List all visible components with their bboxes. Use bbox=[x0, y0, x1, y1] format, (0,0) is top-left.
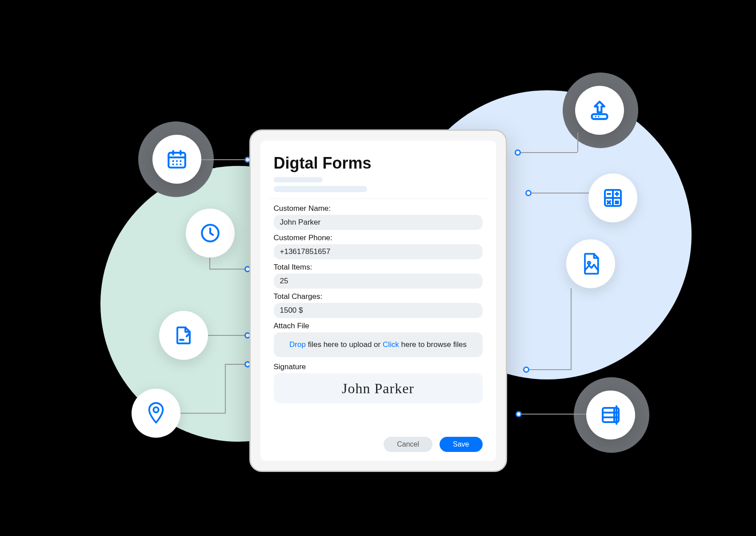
svg-point-7 bbox=[172, 163, 174, 165]
location-pin-icon bbox=[132, 389, 180, 438]
svg-line-12 bbox=[210, 233, 213, 235]
connector-line bbox=[180, 413, 225, 414]
connector-dot bbox=[525, 190, 532, 196]
skeleton-line bbox=[274, 177, 323, 182]
connector-line bbox=[517, 152, 577, 153]
file-dropzone[interactable]: Drop files here to upload or Click here … bbox=[274, 332, 483, 357]
svg-rect-14 bbox=[592, 114, 607, 119]
svg-point-27 bbox=[588, 262, 590, 264]
svg-point-15 bbox=[595, 116, 596, 117]
signature-value: John Parker bbox=[342, 380, 414, 397]
svg-point-4 bbox=[172, 160, 174, 162]
clock-icon bbox=[186, 209, 235, 258]
connector-line bbox=[518, 414, 592, 415]
connector-dot bbox=[515, 149, 521, 156]
tablet-device: Digtal Forms Customer Name: Customer Pho… bbox=[249, 129, 507, 472]
connector-line bbox=[209, 269, 246, 270]
connector-line bbox=[528, 193, 593, 193]
upload-icon bbox=[575, 86, 624, 135]
connector-line bbox=[526, 369, 572, 370]
connector-line bbox=[577, 133, 578, 152]
total-charges-label: Total Charges: bbox=[274, 292, 483, 301]
customer-phone-label: Customer Phone: bbox=[274, 234, 483, 242]
connector-line bbox=[209, 258, 210, 269]
document-sign-icon bbox=[159, 311, 208, 360]
signature-label: Signature bbox=[274, 363, 483, 371]
connector-dot bbox=[516, 411, 522, 417]
button-row: Cancel Save bbox=[274, 437, 483, 452]
customer-name-input[interactable] bbox=[274, 215, 483, 230]
dropzone-text-end: here to browse files bbox=[399, 340, 467, 349]
customer-phone-input[interactable] bbox=[274, 244, 483, 259]
svg-point-13 bbox=[153, 407, 159, 412]
svg-point-5 bbox=[176, 160, 177, 162]
total-items-label: Total Items: bbox=[274, 263, 483, 272]
dropzone-click-word: Click bbox=[383, 340, 399, 349]
connector-line bbox=[201, 159, 246, 160]
connector-line bbox=[571, 288, 572, 369]
customer-name-label: Customer Name: bbox=[274, 204, 483, 213]
dropzone-drop-word: Drop bbox=[289, 340, 306, 349]
attach-file-label: Attach File bbox=[274, 322, 483, 330]
skeleton-line bbox=[274, 186, 367, 192]
calculator-icon bbox=[588, 173, 637, 222]
connector-line bbox=[208, 335, 246, 336]
form-screen: Digtal Forms Customer Name: Customer Pho… bbox=[260, 141, 496, 461]
connector-dot bbox=[523, 367, 529, 373]
svg-point-9 bbox=[180, 163, 181, 165]
calendar-icon bbox=[152, 135, 201, 184]
svg-point-16 bbox=[598, 116, 599, 117]
connector-line bbox=[225, 364, 226, 414]
dropzone-text-mid: files here to upload or bbox=[306, 340, 383, 349]
total-items-input[interactable] bbox=[274, 274, 483, 289]
image-file-icon bbox=[566, 239, 615, 288]
connector-line bbox=[225, 364, 246, 365]
cancel-button[interactable]: Cancel bbox=[384, 437, 432, 452]
save-button[interactable]: Save bbox=[440, 437, 482, 452]
page-title: Digtal Forms bbox=[274, 154, 483, 173]
table-icon bbox=[586, 391, 635, 439]
total-charges-input[interactable] bbox=[274, 303, 483, 318]
svg-point-8 bbox=[176, 163, 177, 165]
svg-point-6 bbox=[180, 160, 181, 162]
illustration-stage: Digtal Forms Customer Name: Customer Pho… bbox=[87, 64, 669, 473]
signature-box[interactable]: John Parker bbox=[274, 373, 483, 403]
divider bbox=[269, 198, 487, 199]
